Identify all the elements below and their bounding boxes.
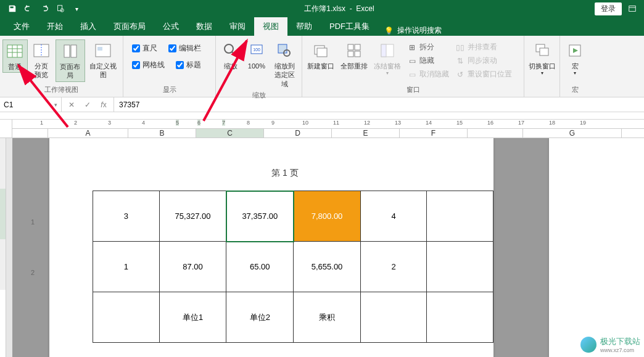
tab-insert[interactable]: 插入 (72, 17, 105, 36)
unhide-button[interactable]: ▭取消隐藏 (405, 68, 452, 81)
zoom-100-icon: 100 (247, 41, 266, 60)
svg-rect-23 (348, 44, 353, 50)
svg-rect-25 (348, 51, 353, 57)
tab-data[interactable]: 数据 (188, 17, 221, 36)
views-group-label: 工作簿视图 (2, 84, 120, 96)
zoom-button[interactable]: 缩放 (218, 39, 243, 72)
table-row: 单位1 单位2 乘积 (93, 292, 493, 343)
headings-checkbox[interactable]: 标题 (173, 59, 204, 72)
ribbon-display-options-icon[interactable] (624, 2, 640, 15)
split-icon: ⊞ (407, 43, 417, 52)
formula-input[interactable]: 37357 (114, 101, 644, 109)
tab-review[interactable]: 审阅 (221, 17, 254, 36)
page-1: 第 1 页 3 75,327.00 37,357.00 7,800.00 4 1… (49, 138, 493, 357)
name-box[interactable]: C1 ▾ (0, 97, 62, 112)
window-title: 工作簿1.xlsx - Excel (84, 4, 595, 14)
table-row: 3 75,327.00 37,357.00 7,800.00 4 (93, 191, 493, 242)
qat-customize-icon[interactable]: ▾ (69, 1, 84, 16)
insert-function-button[interactable]: fx (97, 101, 110, 109)
svg-rect-14 (97, 47, 102, 51)
side-by-side-icon: ▯▯ (455, 43, 465, 52)
tab-file[interactable]: 文件 (5, 17, 38, 36)
enter-formula-button[interactable]: ✓ (81, 101, 94, 109)
svg-text:100: 100 (253, 47, 260, 52)
page-layout-view-button[interactable]: 页面布局 (56, 39, 85, 82)
view-side-by-side-button[interactable]: ▯▯并排查看 (453, 41, 514, 54)
reset-window-pos-button[interactable]: ↺重设窗口位置 (453, 68, 514, 81)
table-row: 1 87.00 65.00 5,655.00 2 (93, 242, 493, 292)
tab-view[interactable]: 视图 (254, 17, 287, 36)
column-headers[interactable]: A B C D E F G (12, 129, 644, 138)
gridlines-checkbox[interactable]: 网格线 (130, 59, 167, 72)
tab-page-layout[interactable]: 页面布局 (105, 17, 154, 36)
page-layout-icon (60, 41, 80, 61)
worksheet-canvas[interactable]: 1 2 第 1 页 3 75,327.00 37,357.00 7,800.00… (12, 138, 644, 357)
page-2 (549, 138, 644, 357)
svg-rect-28 (381, 44, 386, 57)
sync-scroll-icon: ⇅ (455, 56, 465, 66)
select-all-corner[interactable] (0, 120, 12, 138)
vertical-ruler (0, 138, 6, 357)
formula-bar-checkbox[interactable]: 编辑栏 (166, 42, 204, 55)
svg-rect-12 (71, 45, 76, 57)
highlighted-cell[interactable]: 7,800.00 (294, 191, 361, 242)
cancel-formula-button[interactable]: ✕ (65, 101, 78, 109)
show-group-label: 显示 (126, 84, 213, 96)
arrange-all-button[interactable]: 全部重排 (338, 39, 370, 72)
col-C: C (196, 129, 264, 137)
macros-button[interactable]: 宏▾ (563, 39, 587, 78)
row-header-2[interactable]: 2 (31, 269, 35, 276)
print-preview-button[interactable] (53, 1, 68, 16)
data-table[interactable]: 3 75,327.00 37,357.00 7,800.00 4 1 87.00… (93, 191, 493, 343)
normal-view-icon (5, 41, 25, 61)
col-A: A (48, 129, 128, 137)
zoom-group-label: 缩放 (218, 89, 299, 101)
svg-rect-26 (355, 51, 360, 57)
normal-view-button[interactable]: 普通 (2, 39, 28, 73)
lightbulb-icon: 💡 (384, 27, 394, 35)
unhide-icon: ▭ (407, 70, 417, 80)
switch-windows-button[interactable]: 切换窗口▾ (527, 39, 557, 78)
svg-rect-24 (355, 44, 360, 50)
zoom-to-selection-button[interactable]: 缩放到 选定区域 (270, 39, 299, 89)
hide-button[interactable]: ▭隐藏 (405, 54, 452, 67)
row-header-1[interactable]: 1 (31, 218, 35, 226)
selected-cell[interactable]: 37,357.00 (226, 191, 294, 242)
name-box-dropdown-icon[interactable]: ▾ (54, 102, 57, 108)
col-F: F (400, 129, 468, 137)
horizontal-ruler: 12345678910111213141516171819 (12, 120, 644, 129)
window-group-label: 窗口 (305, 84, 521, 96)
sync-scroll-button[interactable]: ⇅同步滚动 (453, 54, 514, 67)
tell-me-search[interactable]: 💡 操作说明搜索 (378, 25, 448, 36)
page-break-preview-button[interactable]: 分页 预览 (29, 39, 54, 81)
svg-rect-22 (317, 48, 327, 57)
freeze-panes-button[interactable]: 冻结窗格▾ (371, 39, 403, 78)
split-button[interactable]: ⊞拆分 (405, 41, 452, 54)
zoom-icon (221, 41, 241, 60)
redo-button[interactable] (37, 1, 52, 16)
macros-group-label: 宏 (563, 84, 587, 96)
custom-views-button[interactable]: 自定义视图 (86, 39, 120, 81)
new-window-button[interactable]: 新建窗口 (305, 39, 337, 72)
hide-icon: ▭ (407, 56, 417, 66)
tab-home[interactable]: 开始 (38, 17, 72, 36)
tab-help[interactable]: 帮助 (287, 17, 321, 36)
zoom-100-button[interactable]: 100 100% (244, 39, 269, 72)
watermark-logo-icon (580, 337, 597, 353)
svg-rect-30 (540, 48, 548, 55)
ruler-checkbox[interactable]: 直尺 (130, 42, 160, 55)
svg-rect-19 (278, 44, 287, 53)
tab-pdf-tools[interactable]: PDF工具集 (321, 17, 378, 36)
col-B: B (128, 129, 196, 137)
freeze-icon (378, 41, 397, 60)
svg-rect-0 (58, 6, 62, 11)
col-G: G (523, 129, 622, 137)
save-button[interactable] (5, 1, 20, 16)
svg-rect-11 (64, 45, 70, 57)
tab-formulas[interactable]: 公式 (154, 17, 188, 36)
page-label: 第 1 页 (271, 168, 299, 179)
undo-button[interactable] (21, 1, 36, 16)
zoom-selection-icon (275, 41, 294, 60)
macros-icon (565, 41, 585, 60)
login-button[interactable]: 登录 (595, 2, 622, 15)
